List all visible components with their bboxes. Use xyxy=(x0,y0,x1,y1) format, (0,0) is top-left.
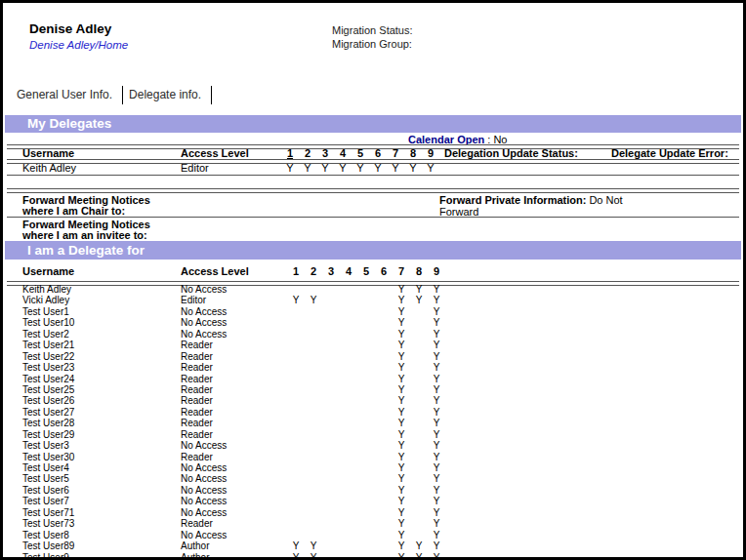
table-row: Test User71No AccessYY xyxy=(3,507,743,518)
mark-cell: Y xyxy=(428,473,445,484)
mark-cell xyxy=(357,552,375,558)
row-access-level: No Access xyxy=(181,496,227,506)
mark-cell xyxy=(357,473,375,484)
mark-cell xyxy=(340,440,357,451)
mark-cell xyxy=(322,440,340,451)
number-column-header: 7 xyxy=(393,266,410,277)
mark-cell xyxy=(305,395,322,406)
mark-cell: Y xyxy=(428,496,445,506)
row-username: Test User5 xyxy=(22,473,69,484)
row-access-level: Reader xyxy=(181,407,213,418)
migration-status-row: Migration Status: xyxy=(332,24,413,36)
table-row: Test User3No AccessYY xyxy=(3,440,743,451)
row-username: Test User4 xyxy=(22,462,69,473)
mark-cell xyxy=(375,284,393,295)
table-row: Test User28ReaderYY xyxy=(3,418,743,428)
mark-cell xyxy=(322,429,340,440)
user-home-link[interactable]: Denise Adley/Home xyxy=(29,39,128,51)
table-row: Test User24ReaderYY xyxy=(3,374,743,384)
mark-cell: Y xyxy=(428,540,445,551)
mark-cell: Y xyxy=(393,384,410,395)
mark-cell xyxy=(340,473,357,484)
row-username: Test User10 xyxy=(22,317,74,328)
row-permission-marks: YY xyxy=(287,374,445,384)
mark-cell xyxy=(305,507,322,518)
mark-cell xyxy=(287,407,305,418)
mark-cell: Y xyxy=(287,295,305,305)
mark-cell xyxy=(287,429,305,440)
row-access-level: Reader xyxy=(181,418,213,428)
mark-cell xyxy=(340,317,357,328)
mark-cell xyxy=(410,485,428,496)
mark-cell: Y xyxy=(428,440,445,451)
row-access-level: No Access xyxy=(181,284,227,295)
mark-cell: Y xyxy=(393,284,410,295)
mark-cell xyxy=(375,395,393,406)
number-column-header: 1 xyxy=(287,266,305,277)
number-column-header: 3 xyxy=(322,266,340,277)
mark-cell xyxy=(375,462,393,473)
mark-cell xyxy=(287,384,305,395)
mark-cell xyxy=(375,351,393,362)
mark-cell xyxy=(357,340,375,350)
number-column-header: 1 xyxy=(281,148,299,159)
mark-cell xyxy=(340,530,357,540)
mark-cell: Y xyxy=(387,162,404,175)
mark-cell xyxy=(357,362,375,373)
row-username: Test User27 xyxy=(22,407,74,418)
mark-cell xyxy=(322,407,340,418)
mark-cell xyxy=(357,284,375,295)
table-row: Test User5No AccessYY xyxy=(3,473,743,484)
row-permission-marks: YY xyxy=(287,440,445,451)
mark-cell xyxy=(410,362,428,373)
table-row: Test User2No AccessYY xyxy=(3,329,743,340)
mark-cell: Y xyxy=(393,485,410,496)
mark-cell: Y xyxy=(428,317,445,328)
mark-cell xyxy=(322,317,340,328)
row-access-level: No Access xyxy=(181,462,227,473)
mark-cell xyxy=(375,407,393,418)
number-column-header: 4 xyxy=(340,266,357,277)
mark-cell xyxy=(357,295,375,305)
mark-cell xyxy=(340,496,357,506)
row-username: Vicki Adley xyxy=(22,295,69,305)
mark-cell: Y xyxy=(305,295,322,305)
mark-cell: Y xyxy=(393,540,410,551)
divider xyxy=(7,175,739,176)
tab-delegate-info[interactable]: Delegate info. xyxy=(126,86,208,103)
mark-cell xyxy=(375,496,393,506)
mark-cell xyxy=(305,530,322,540)
mark-cell xyxy=(322,362,340,373)
mark-cell xyxy=(287,306,305,317)
mark-cell: Y xyxy=(428,552,445,558)
row-access-level: Reader xyxy=(181,452,213,462)
mark-cell: Y xyxy=(316,162,334,175)
mark-cell xyxy=(357,530,375,540)
row-access-level: Reader xyxy=(181,518,213,529)
mark-cell xyxy=(287,362,305,373)
mark-cell xyxy=(305,462,322,473)
row-access-level: Reader xyxy=(181,340,213,350)
mark-cell xyxy=(305,518,322,529)
mark-cell: Y xyxy=(393,340,410,350)
row-access-level: No Access xyxy=(181,473,227,484)
row-username: Test User8 xyxy=(22,530,69,540)
mark-cell xyxy=(322,306,340,317)
mark-cell: Y xyxy=(428,485,445,496)
delegate-info-page: Denise Adley Denise Adley/Home Migration… xyxy=(0,0,746,560)
mark-cell: Y xyxy=(428,329,445,340)
mark-cell xyxy=(322,507,340,518)
mark-cell xyxy=(287,496,305,506)
mark-cell xyxy=(375,518,393,529)
mark-cell xyxy=(375,384,393,395)
mark-cell xyxy=(357,351,375,362)
mark-cell: Y xyxy=(410,284,428,295)
tab-general-user-info[interactable]: General User Info. xyxy=(14,86,119,103)
mark-cell: Y xyxy=(428,530,445,540)
mark-cell xyxy=(410,418,428,428)
mark-cell xyxy=(357,462,375,473)
mark-cell xyxy=(375,295,393,305)
mark-cell: Y xyxy=(393,374,410,384)
row-username: Test User29 xyxy=(22,429,74,440)
mark-cell xyxy=(340,340,357,350)
